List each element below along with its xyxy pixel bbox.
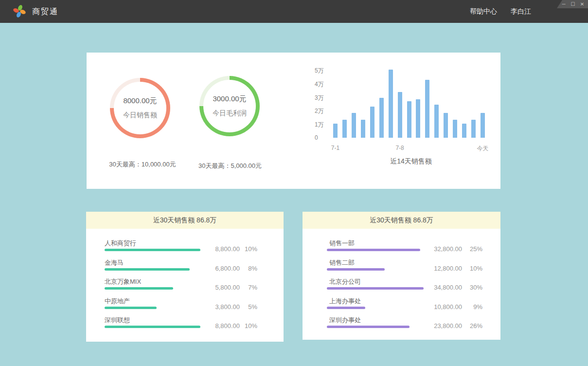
y-axis-label: 3万: [315, 94, 324, 102]
ranking-row-percent: 10%: [240, 322, 257, 329]
ranking-row-amount: 8,800.00: [215, 322, 240, 329]
ranking-row-amount: 6,800.00: [215, 265, 240, 272]
bar: [370, 107, 374, 138]
profit-30day-max-label: 30天最高：5,000.00元: [181, 162, 279, 170]
ranking-row-bar: [327, 287, 424, 290]
today-sales-donut: 8000.00元 今日销售额: [110, 78, 170, 138]
ranking-row-values: 6,800.008%: [215, 265, 257, 272]
bar-chart-x-axis: 7-17-8今天: [333, 145, 485, 152]
ranking-row-values: 23,800.0026%: [434, 322, 482, 329]
minimize-icon[interactable]: ─: [561, 2, 567, 7]
ranking-row-bar: [105, 249, 200, 251]
ranking-row-values: 12,800.0010%: [434, 265, 482, 272]
ranking-row-values: 34,800.0030%: [434, 284, 482, 291]
ranking-row: 北京分公司 34,800.0030%: [327, 277, 482, 297]
ranking-row-label: 销售一部: [329, 239, 355, 248]
ranking-row-values: 5,800.007%: [215, 284, 257, 291]
bar: [361, 120, 365, 138]
sales-30day-max-label: 30天最高：10,000.00元: [94, 160, 191, 169]
y-axis-label: 4万: [315, 80, 324, 89]
y-axis-label: 0: [315, 134, 318, 141]
ranking-row: 销售二部 12,800.0010%: [327, 258, 482, 278]
today-sales-caption: 今日销售额: [123, 111, 157, 120]
today-profit-caption: 今日毛利润: [213, 109, 247, 118]
ranking-row: 北京万象MIX 5,800.007%: [105, 277, 257, 297]
titlebar-links: 帮助中心 李白江: [470, 0, 531, 23]
ranking-row-amount: 5,800.00: [215, 284, 240, 291]
ranking-card-title: 近30天销售额 86.8万: [303, 212, 500, 229]
ranking-row-percent: 9%: [462, 303, 482, 311]
ranking-row-label: 上海办事处: [329, 297, 361, 306]
ranking-row-percent: 26%: [462, 322, 482, 329]
ranking-row-amount: 34,800.00: [434, 284, 462, 291]
bar: [416, 99, 420, 138]
ranking-row-label: 金海马: [105, 258, 124, 267]
ranking-row-amount: 10,800.00: [434, 303, 462, 311]
ranking-rows: 销售一部 32,800.0025% 销售二部 12,800.0010% 北京分公…: [303, 229, 500, 335]
bar-chart-title: 近14天销售额: [333, 157, 489, 166]
overview-card: 8000.00元 今日销售额 30天最高：10,000.00元 3000.00元…: [87, 53, 500, 189]
ranking-row: 金海马 6,800.008%: [105, 258, 257, 278]
ranking-rows: 人和商贸行 8,800.0010% 金海马 6,800.008% 北京万象MIX…: [86, 229, 284, 335]
bar: [342, 120, 347, 138]
y-axis-label: 2万: [315, 107, 324, 115]
ranking-row-values: 32,800.0025%: [434, 245, 482, 253]
today-profit-donut: 3000.00元 今日毛利润: [199, 76, 260, 136]
ranking-row-values: 3,800.005%: [215, 303, 257, 311]
ranking-row-bar: [327, 249, 420, 251]
ranking-card-title: 近30天销售额 86.8万: [86, 212, 284, 229]
customer-sales-ranking-card: 近30天销售额 86.8万 人和商贸行 8,800.0010% 金海马 6,80…: [86, 212, 284, 342]
help-center-link[interactable]: 帮助中心: [470, 7, 497, 16]
ranking-row-percent: 7%: [240, 284, 257, 291]
ranking-row: 人和商贸行 8,800.0010%: [105, 239, 257, 258]
bar: [453, 120, 457, 138]
ranking-row-label: 销售二部: [329, 258, 355, 267]
department-sales-ranking-card: 近30天销售额 86.8万 销售一部 32,800.0025% 销售二部 12,…: [303, 212, 500, 340]
y-axis-label: 5万: [315, 67, 324, 75]
app-logo-pinwheel-icon: [13, 4, 26, 18]
bar: [352, 113, 356, 138]
bar: [398, 92, 402, 138]
window-controls: ─ ☐ ✕: [557, 0, 588, 8]
bar: [481, 113, 485, 138]
ranking-row: 深圳办事处 23,800.0026%: [327, 316, 482, 335]
bar: [333, 124, 338, 138]
bar: [434, 105, 439, 138]
ranking-row-values: 8,800.0010%: [215, 322, 257, 329]
bar: [379, 98, 384, 138]
maximize-icon[interactable]: ☐: [570, 2, 576, 7]
ranking-row-values: 8,800.0010%: [215, 245, 257, 253]
ranking-row: 中原地产 3,800.005%: [105, 297, 257, 316]
ranking-row-amount: 12,800.00: [434, 265, 462, 272]
ranking-row: 上海办事处 10,800.009%: [327, 297, 482, 316]
today-profit-value: 3000.00元: [213, 94, 246, 104]
ranking-row-bar: [105, 326, 200, 328]
titlebar: 商贸通 帮助中心 李白江 ─ ☐ ✕: [0, 0, 588, 23]
bar-chart-y-axis: 5万4万3万2万1万0: [315, 70, 329, 138]
ranking-row-amount: 8,800.00: [215, 245, 240, 253]
bar: [462, 124, 466, 138]
ranking-row-percent: 5%: [240, 303, 257, 311]
ranking-row-label: 深圳联想: [105, 316, 130, 325]
x-axis-label: 7-8: [395, 145, 404, 151]
ranking-row-percent: 10%: [240, 245, 257, 253]
bar: [425, 80, 429, 138]
x-axis-label: 7-1: [331, 145, 339, 151]
ranking-row-bar: [105, 307, 157, 309]
ranking-row-label: 北京万象MIX: [105, 277, 141, 286]
bar: [444, 113, 448, 138]
close-icon[interactable]: ✕: [579, 2, 585, 7]
ranking-row-values: 10,800.009%: [434, 303, 482, 311]
ranking-row-label: 人和商贸行: [105, 239, 136, 248]
ranking-row-percent: 10%: [462, 265, 482, 272]
app-title: 商贸通: [32, 7, 58, 17]
ranking-row-bar: [105, 287, 173, 290]
ranking-row-bar: [327, 268, 385, 271]
user-menu[interactable]: 李白江: [511, 7, 531, 16]
ranking-row-bar: [105, 268, 190, 271]
ranking-row-percent: 30%: [462, 284, 482, 291]
ranking-row-label: 深圳办事处: [329, 316, 361, 325]
ranking-row-bar: [327, 326, 410, 328]
bar: [471, 120, 476, 138]
ranking-row-bar: [327, 307, 365, 309]
